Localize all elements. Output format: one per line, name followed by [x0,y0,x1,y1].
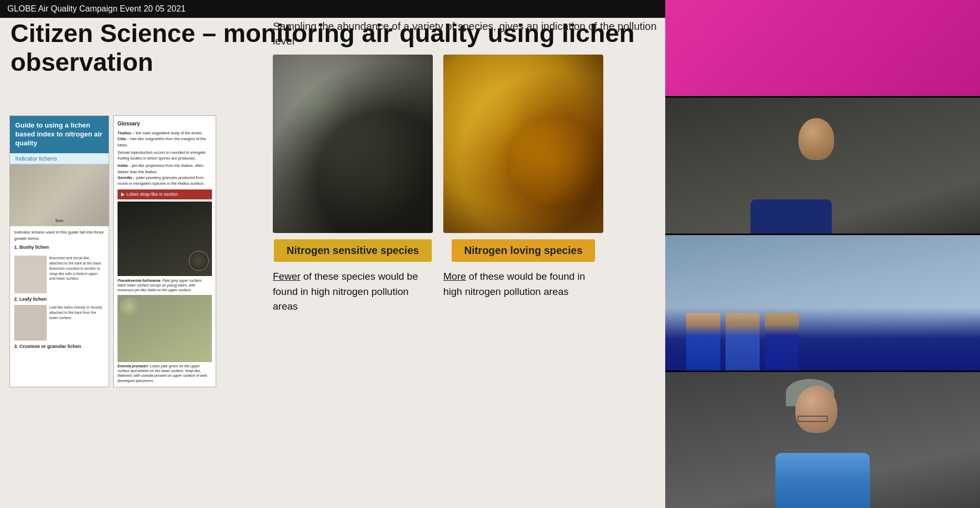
guide-leafy-row: Leaf-like lobes closely or loosely attac… [10,303,109,342]
sp1-circle [189,251,209,271]
slide-panel: GLOBE Air Quality Campaign Event 20 05 2… [0,0,665,508]
yellow-lichen-graphic [443,55,603,233]
nitrogen-loving-badge: Nitrogen loving species [452,239,595,262]
cilia-def: – hair-like outgrowths from the margins … [118,136,206,147]
lobes-bar: ▶ Lobes strap-like in section [118,189,212,199]
guide-form1: 1. Bushy lichen [14,244,104,251]
glossary-panel: Glossary Thallus – the main vegetative b… [113,115,216,387]
nitrogen-sensitive-badge: Nitrogen sensitive species [274,239,431,262]
photo2-wrapper: Nitrogen loving species More of these wo… [443,55,603,314]
more-text: More [443,271,466,282]
webcam-2 [665,235,980,373]
woman-glasses [797,416,828,422]
sp2-circle [120,298,138,315]
topbar: GLOBE Air Quality Campaign Event 20 05 2… [0,0,665,18]
guide-form3: 3. Crustose or granular lichen [10,342,109,351]
sp2-name: Evernia prunastri [118,364,148,368]
guide-scale: 5cm [55,218,63,223]
guide-header: Guide to using a lichen based index to n… [10,116,109,153]
gray-lichen-graphic [273,55,433,233]
soredia-term: Soredia [118,175,132,180]
woman-body [775,453,870,508]
woman-head [795,386,837,433]
guide-form2-desc: Leaf-like lobes closely or loosely attac… [49,305,104,341]
lobes-arrow-icon: ▶ [121,191,125,198]
glossary-isidia: Isidia – pin-like projections from the t… [118,163,212,175]
guide-growth-forms: Indicator lichens used in this guide fal… [14,229,104,242]
sp2-caption: Evernia prunastri. Lobes pale green on t… [118,364,212,383]
slide-right-area: Sampling the abundance of a variety of s… [273,19,660,314]
classroom-person2 [726,313,760,371]
guide-form1-desc: Branched and shrub-like, attached to the… [49,256,104,293]
glossary-thallus: Thallus – the main vegetative body of th… [118,130,212,136]
sp1-name: Pseudevernia furfuracea [118,279,161,282]
isidia-def: – pin-like projections from the thallus,… [118,163,204,174]
sp2-image [118,295,212,362]
sexual-text: Sexual reproduction occurs in rounded to… [118,150,212,162]
photo1-image [273,55,433,233]
isidia-term: Isidia [118,163,127,168]
photo2-desc: More of these would be found in high nit… [443,269,603,299]
full-layout: GLOBE Air Quality Campaign Event 20 05 2… [0,0,980,508]
lobes-label: Lobes strap-like in section [126,191,178,198]
sp1-image [118,202,212,276]
cam2-background [665,235,980,371]
cam-top-banner [665,0,980,98]
thallus-term: Thallus [118,131,131,135]
photo1-desc: Fewer of these species would be found in… [273,269,433,314]
fewer-text: Fewer [273,271,301,282]
cam3-background [665,372,980,508]
cam1-background [665,98,980,234]
webcam-1 [665,98,980,235]
cilia-term: Cilia [118,136,126,141]
photos-area: Nitrogen sensitive species Fewer of thes… [273,55,660,314]
classroom-person1 [686,313,720,371]
photo2-image [443,55,603,233]
glossary-cilia: Cilia – hair-like outgrowths from the ma… [118,136,212,148]
classroom-person3 [765,313,799,371]
webcam-column [665,0,980,508]
bushy-sketch [14,256,47,293]
guide-bushy-row: Branched and shrub-like, attached to the… [10,254,109,295]
sp1-caption: Pseudevernia furfuracea. Pale grey upper… [118,278,212,292]
person1-shirt [751,199,832,234]
leafy-sketch [14,305,47,341]
sampling-text: Sampling the abundance of a variety of s… [273,19,660,48]
glossary-heading: Glossary [118,120,212,128]
guide-area: Guide to using a lichen based index to n… [9,115,216,387]
thallus-def: – the main vegetative body of the lichen… [132,131,203,135]
webcam-3 [665,372,980,508]
topbar-title: GLOBE Air Quality Campaign Event 20 05 2… [7,4,186,14]
glossary-soredia: Soredia – paler powdery granules produce… [118,175,212,187]
guide-box: Guide to using a lichen based index to n… [9,115,109,387]
guide-indicator-label: Indicator lichens [10,153,109,164]
guide-body: Indicator lichens used in this guide fal… [10,226,109,255]
guide-image-area: 5cm [10,164,109,226]
person1-head [798,118,834,160]
photo1-wrapper: Nitrogen sensitive species Fewer of thes… [273,55,433,314]
guide-form2: 2. Leafy lichen [10,295,109,303]
